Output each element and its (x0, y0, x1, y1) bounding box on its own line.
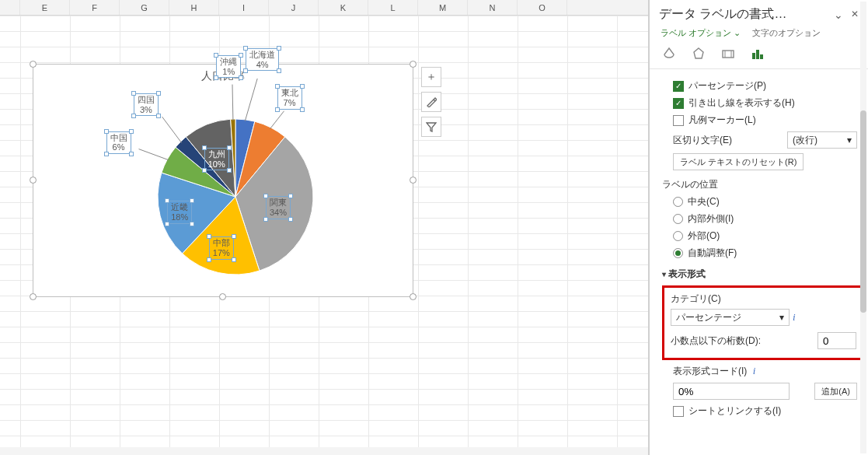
label-handle[interactable] (156, 114, 161, 118)
col-header[interactable]: F (70, 0, 120, 15)
label-handle[interactable] (263, 217, 268, 222)
size-props-tab-icon[interactable] (720, 45, 737, 62)
data-label[interactable]: 四国3% (134, 93, 159, 116)
data-label[interactable]: 中国6% (106, 131, 131, 154)
label-handle[interactable] (239, 53, 243, 58)
label-handle[interactable] (104, 152, 109, 156)
label-handle[interactable] (263, 194, 268, 198)
label-handle[interactable] (202, 145, 207, 150)
resize-handle[interactable] (30, 61, 37, 68)
number-format-heading[interactable]: 表示形式 (662, 268, 857, 281)
svg-rect-3 (756, 50, 759, 59)
chart-styles-button[interactable] (421, 92, 441, 112)
resize-handle[interactable] (30, 293, 37, 300)
label-handle[interactable] (243, 68, 248, 73)
chart-elements-button[interactable]: ＋ (421, 67, 441, 87)
resize-handle[interactable] (410, 177, 417, 184)
label-handle[interactable] (129, 129, 134, 134)
col-header[interactable]: I (219, 0, 269, 15)
info-icon[interactable]: i (753, 365, 756, 376)
data-label[interactable]: 九州10% (204, 148, 229, 170)
resize-handle[interactable] (410, 61, 417, 68)
position-best-fit-radio[interactable] (673, 248, 683, 258)
tab-label-options[interactable]: ラベル オプション ⌄ (661, 28, 741, 37)
pane-scrollbar[interactable] (860, 2, 866, 453)
pane-close-button[interactable]: ✕ (851, 9, 859, 21)
col-header[interactable]: L (368, 0, 418, 15)
label-handle[interactable] (288, 217, 293, 222)
label-handle[interactable] (227, 168, 232, 173)
horizontal-scrollbar[interactable] (0, 447, 648, 455)
data-label[interactable]: 関東34% (266, 196, 291, 219)
label-handle[interactable] (165, 222, 169, 226)
col-header[interactable]: J (269, 0, 319, 15)
resize-handle[interactable] (30, 177, 37, 184)
data-label[interactable]: 東北7% (277, 86, 302, 109)
label-options-tab-icon[interactable] (749, 45, 766, 62)
data-label[interactable]: 中部17% (209, 236, 234, 259)
label-handle[interactable] (300, 107, 305, 112)
label-handle[interactable] (207, 234, 211, 239)
label-handle[interactable] (207, 257, 211, 262)
data-label[interactable]: 近畿18% (167, 201, 192, 223)
label-handle[interactable] (131, 91, 136, 96)
position-inside-end-radio[interactable] (673, 214, 683, 224)
label-handle[interactable] (275, 107, 280, 112)
position-center-radio[interactable] (673, 197, 683, 207)
decimals-input[interactable] (817, 332, 856, 349)
svg-rect-2 (752, 53, 755, 59)
label-handle[interactable] (277, 46, 281, 51)
leader-lines-label: 引き出し線を表示する(H) (688, 96, 795, 110)
label-handle[interactable] (275, 84, 280, 89)
data-label[interactable]: 北海道4% (246, 48, 279, 71)
position-outside-radio[interactable] (673, 231, 683, 241)
label-handle[interactable] (300, 84, 305, 89)
label-handle[interactable] (243, 46, 248, 51)
label-handle[interactable] (214, 53, 218, 58)
label-handle[interactable] (232, 234, 236, 239)
label-handle[interactable] (165, 198, 169, 203)
label-handle[interactable] (190, 222, 194, 226)
info-icon[interactable]: i (793, 311, 796, 324)
category-select[interactable]: パーセンテージ▾ (671, 309, 790, 326)
leader-lines-checkbox[interactable]: ✓ (673, 98, 684, 109)
link-to-source-checkbox[interactable] (673, 406, 684, 417)
data-label[interactable]: 沖縄1% (216, 55, 241, 78)
label-handle[interactable] (232, 257, 236, 262)
percentage-checkbox[interactable]: ✓ (673, 81, 684, 92)
col-header[interactable]: G (120, 0, 169, 15)
label-handle[interactable] (131, 114, 136, 118)
legend-marker-checkbox[interactable] (673, 115, 684, 126)
fill-line-tab-icon[interactable] (661, 45, 678, 62)
col-header[interactable]: O (518, 0, 567, 15)
spreadsheet-area[interactable]: E F G H I J K L M N O 人口比率 北海道4%東北7%関東34… (0, 0, 649, 455)
scrollbar-thumb[interactable] (860, 110, 866, 313)
col-header[interactable]: K (319, 0, 368, 15)
label-handle[interactable] (214, 75, 218, 80)
effects-tab-icon[interactable] (690, 45, 707, 62)
pane-scroll-body[interactable]: ✓ パーセンテージ(P) ✓ 引き出し線を表示する(H) 凡例マーカー(L) 区… (650, 69, 868, 455)
label-handle[interactable] (288, 194, 293, 198)
col-header[interactable]: E (20, 0, 70, 15)
label-handle[interactable] (277, 68, 281, 73)
format-code-input[interactable] (673, 383, 790, 400)
label-handle[interactable] (190, 198, 194, 203)
pane-collapse-button[interactable]: ⌄ (834, 9, 843, 21)
resize-handle[interactable] (410, 293, 417, 300)
chart-filter-button[interactable] (421, 117, 441, 137)
label-handle[interactable] (156, 91, 161, 96)
resize-handle[interactable] (219, 293, 226, 300)
col-header[interactable]: N (468, 0, 518, 15)
reset-label-text-button[interactable]: ラベル テキストのリセット(R) (673, 153, 804, 170)
label-handle[interactable] (129, 152, 134, 156)
chart-object[interactable]: 人口比率 北海道4%東北7%関東34%中部17%近畿18%中国6%四国3%九州1… (33, 64, 413, 297)
add-format-button[interactable]: 追加(A) (814, 383, 857, 400)
col-header[interactable]: H (169, 0, 219, 15)
separator-select[interactable]: (改行)▾ (787, 131, 857, 149)
tab-text-options[interactable]: 文字のオプション (752, 28, 821, 37)
label-handle[interactable] (239, 75, 243, 80)
label-handle[interactable] (227, 145, 232, 150)
label-handle[interactable] (202, 168, 207, 173)
label-handle[interactable] (104, 129, 109, 134)
col-header[interactable]: M (418, 0, 468, 15)
